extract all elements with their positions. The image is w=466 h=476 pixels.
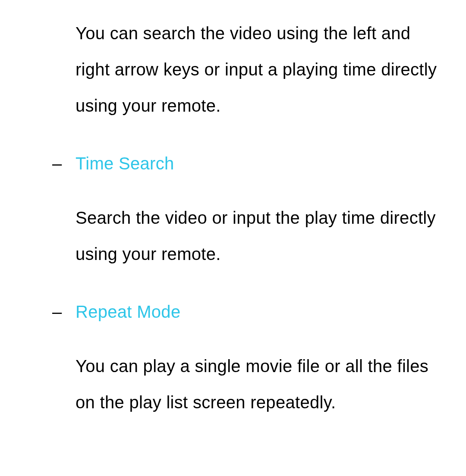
list-item: – Repeat Mode You can play a single movi… xyxy=(76,294,440,420)
item-body: Search the video or input the play time … xyxy=(76,200,440,272)
bullet-dash: – xyxy=(52,145,62,182)
item-body: You can play a single movie file or all … xyxy=(76,348,440,420)
item-title-repeat-mode: Repeat Mode xyxy=(76,294,440,330)
item-title-time-search: Time Search xyxy=(76,145,440,182)
bullet-dash: – xyxy=(52,294,62,330)
intro-paragraph: You can search the video using the left … xyxy=(76,15,440,124)
list-item: – Time Search Search the video or input … xyxy=(76,145,440,272)
document-content: You can search the video using the left … xyxy=(0,0,466,420)
